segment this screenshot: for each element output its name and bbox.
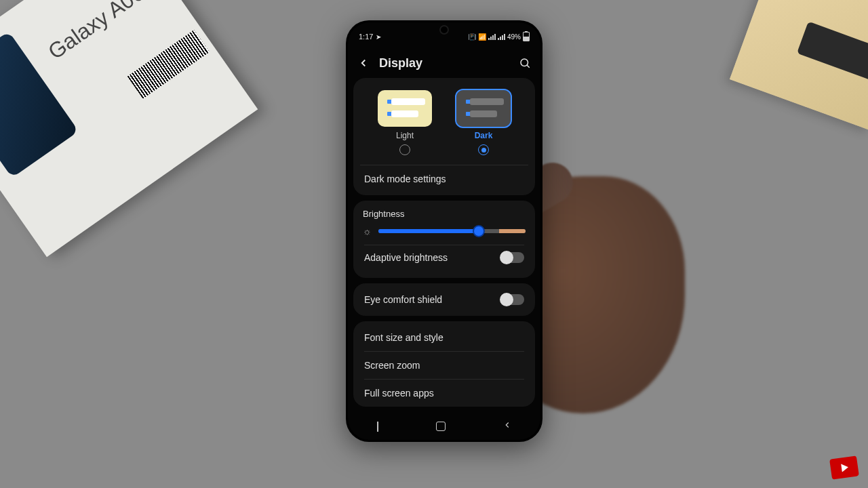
slider-thumb[interactable] xyxy=(473,225,485,237)
battery-percent: 49% xyxy=(507,33,521,41)
theme-label-light: Light xyxy=(396,131,414,140)
svg-line-1 xyxy=(527,65,530,68)
radio-dark[interactable] xyxy=(478,144,489,155)
display-list-card: Font size and style Screen zoom Full scr… xyxy=(353,321,535,407)
barcode xyxy=(127,30,210,99)
svg-point-0 xyxy=(521,59,528,66)
nav-bar: ||| xyxy=(348,413,540,440)
product-box: Galaxy A06 xyxy=(0,0,258,257)
battery-icon xyxy=(523,32,530,41)
theme-preview-dark xyxy=(456,90,511,127)
screen-zoom-link[interactable]: Screen zoom xyxy=(363,352,526,379)
vibrate-icon: 📳 xyxy=(468,33,476,41)
page-title: Display xyxy=(379,56,509,70)
dark-mode-settings-link[interactable]: Dark mode settings xyxy=(363,165,526,187)
slider-extra-zone xyxy=(499,229,526,233)
signal-icon-2 xyxy=(498,34,505,40)
slider-fill xyxy=(378,229,479,233)
theme-preview-light xyxy=(378,90,432,127)
location-icon: ➤ xyxy=(376,33,381,41)
youtube-watermark-icon xyxy=(829,455,859,479)
radio-light[interactable] xyxy=(399,144,410,155)
search-icon[interactable] xyxy=(519,57,531,69)
eye-comfort-row[interactable]: Eye comfort shield xyxy=(363,287,526,312)
sun-icon: ☼ xyxy=(363,226,372,237)
theme-card: Light Dark Dark mode settings xyxy=(353,78,535,195)
back-icon[interactable] xyxy=(357,57,370,69)
wood-prop xyxy=(730,0,868,130)
brightness-slider[interactable] xyxy=(378,226,526,237)
product-box-label: Galaxy A06 xyxy=(43,0,149,64)
eye-comfort-toggle[interactable] xyxy=(501,294,524,305)
phone-screen: 1:17 ➤ 📳 📶 49% Display xyxy=(348,22,540,440)
eye-comfort-label: Eye comfort shield xyxy=(364,294,442,305)
settings-content: Light Dark Dark mode settings Br xyxy=(348,78,540,413)
theme-option-light[interactable]: Light xyxy=(378,90,432,155)
header: Display xyxy=(348,48,540,78)
font-size-style-link[interactable]: Font size and style xyxy=(363,324,526,351)
nav-back-icon[interactable] xyxy=(502,420,512,432)
camera-cutout xyxy=(441,26,448,33)
wifi-icon: 📶 xyxy=(478,33,486,41)
theme-label-dark: Dark xyxy=(475,131,493,140)
full-screen-apps-link[interactable]: Full screen apps xyxy=(363,380,526,407)
brightness-label: Brightness xyxy=(363,209,526,219)
status-time: 1:17 xyxy=(359,33,373,41)
adaptive-brightness-label: Adaptive brightness xyxy=(364,252,448,263)
adaptive-brightness-row[interactable]: Adaptive brightness xyxy=(363,245,526,270)
signal-icon xyxy=(488,34,496,40)
eye-comfort-card: Eye comfort shield xyxy=(353,283,535,316)
brightness-card: Brightness ☼ Adaptive brightness xyxy=(353,201,535,278)
nav-home-icon[interactable] xyxy=(436,422,446,431)
theme-option-dark[interactable]: Dark xyxy=(456,90,511,155)
phone-frame: 1:17 ➤ 📳 📶 49% Display xyxy=(346,20,542,442)
adaptive-brightness-toggle[interactable] xyxy=(501,252,524,263)
